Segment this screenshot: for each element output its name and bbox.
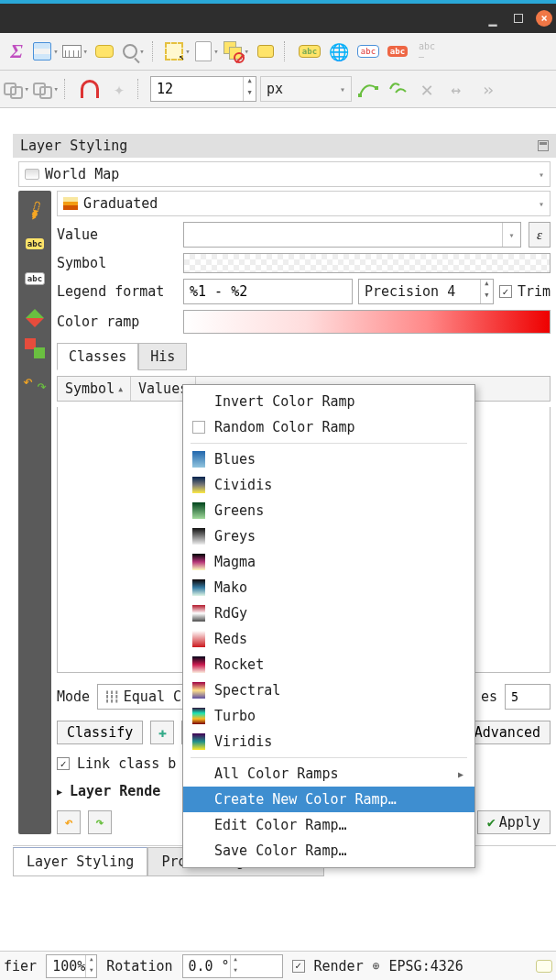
avoid-overlap-button[interactable]: [385, 76, 410, 102]
menu-create-ramp[interactable]: Create New Color Ramp…: [183, 787, 474, 812]
menu-ramp-magma[interactable]: Magma: [183, 549, 474, 575]
tab-classes[interactable]: Classes: [57, 343, 138, 370]
render-checkbox[interactable]: ✓: [292, 960, 305, 973]
masks-icon[interactable]: abc: [24, 268, 46, 290]
history-icon[interactable]: [24, 372, 46, 394]
trim-label: Trim: [518, 283, 551, 300]
label-toolbar-button-1[interactable]: abc: [355, 39, 381, 64]
layer-selector[interactable]: World Map ▾: [18, 161, 551, 187]
map-tips-button[interactable]: [92, 39, 117, 64]
legend-format-label: Legend format: [57, 283, 176, 300]
select-features-button[interactable]: ↖▾: [165, 39, 191, 64]
menu-ramp-mako[interactable]: Mako: [183, 575, 474, 600]
select-by-expression-button[interactable]: ▾: [194, 39, 220, 64]
disabled-tool-1: ✕: [414, 76, 440, 102]
apply-button[interactable]: ✔ Apply: [477, 810, 551, 834]
symbol-preview-button[interactable]: [183, 253, 551, 273]
menu-ramp-cividis[interactable]: Cividis: [183, 472, 474, 498]
labels-icon[interactable]: abc: [24, 233, 46, 255]
redo-style-button[interactable]: ↷: [88, 810, 112, 834]
layer-name: World Map: [45, 166, 119, 182]
label-layer-button[interactable]: abc: [297, 39, 322, 64]
diagrams-rail-icon[interactable]: [24, 337, 46, 359]
window-maximize-button[interactable]: [510, 10, 527, 27]
snap-tolerance-input[interactable]: [151, 78, 243, 100]
snap-units-combo[interactable]: px ▾: [260, 76, 352, 102]
layer-rendering-label[interactable]: Layer Rende: [70, 783, 160, 799]
label-toolbar-button-2[interactable]: abc: [385, 39, 410, 64]
column-symbol[interactable]: Symbol▲: [58, 377, 131, 401]
magnifier-spinbox[interactable]: 100% ▲▼: [46, 954, 97, 978]
classes-count-input[interactable]: [505, 684, 551, 710]
menu-all-ramps[interactable]: All Color Ramps▶: [183, 761, 474, 787]
3d-view-icon[interactable]: [24, 303, 46, 325]
tab-histogram[interactable]: His: [138, 343, 187, 370]
symbology-icon[interactable]: 🖌: [20, 194, 50, 225]
renderer-combo[interactable]: Graduated ▾: [57, 191, 551, 216]
disabled-tool-2: ↔: [443, 76, 469, 102]
symbol-label: Symbol: [57, 255, 176, 271]
tab-layer-styling[interactable]: Layer Styling: [13, 847, 147, 876]
magnifier-label: fier: [4, 958, 37, 974]
diagram-button[interactable]: 🌐: [326, 39, 352, 64]
link-boundaries-label: Link class b: [77, 755, 176, 772]
rotation-spinbox[interactable]: 0.0 ° ▲▼: [182, 954, 283, 978]
deselect-button[interactable]: ▾: [223, 39, 249, 64]
window-close-button[interactable]: ×: [536, 10, 552, 27]
layer-rendering-disclose-icon[interactable]: ▶: [57, 787, 62, 797]
trim-checkbox[interactable]: ✓: [499, 285, 512, 298]
attribute-table-button[interactable]: ▾: [33, 39, 59, 64]
rotation-label: Rotation: [106, 958, 172, 974]
snapping-button[interactable]: [77, 76, 103, 102]
menu-ramp-turbo[interactable]: Turbo: [183, 703, 474, 729]
color-ramp-button[interactable]: [183, 310, 551, 334]
crs-label[interactable]: EPSG:4326: [389, 958, 463, 974]
menu-ramp-rdgy[interactable]: RdGy: [183, 600, 474, 626]
zoom-button[interactable]: ▾: [121, 39, 147, 64]
undo-style-button[interactable]: ↶: [57, 810, 81, 834]
select-all-button[interactable]: [253, 39, 278, 64]
value-field-combo[interactable]: ▾: [183, 222, 521, 248]
toolbar-digitize: ▾ ▾ ✦ ▲▼ px ▾ ✕ ↔ ››: [0, 71, 556, 108]
render-label: Render: [314, 958, 364, 974]
legend-format-input[interactable]: [183, 279, 353, 304]
messages-icon[interactable]: [536, 960, 552, 973]
window-minimize-button[interactable]: ▁: [485, 10, 501, 27]
precision-spinbox[interactable]: Precision 4 ▲▼: [358, 279, 494, 304]
menu-ramp-greys[interactable]: Greys: [183, 523, 474, 549]
advanced-button[interactable]: Advanced: [464, 721, 551, 744]
menu-ramp-spectral[interactable]: Spectral: [183, 677, 474, 703]
check-icon: ✔: [487, 814, 496, 831]
crs-icon[interactable]: ⊕: [373, 959, 380, 973]
menu-save-ramp[interactable]: Save Color Ramp…: [183, 838, 474, 864]
measure-button[interactable]: ▾: [62, 39, 88, 64]
menu-ramp-greens[interactable]: Greens: [183, 498, 474, 523]
color-ramp-label: Color ramp: [57, 314, 176, 330]
panel-dock-icon[interactable]: [538, 140, 549, 151]
menu-ramp-viridis[interactable]: Viridis: [183, 729, 474, 754]
link-boundaries-checkbox[interactable]: ✓: [57, 757, 70, 770]
style-category-rail: 🖌 abc abc: [18, 191, 51, 834]
statistics-icon[interactable]: Σ: [4, 39, 29, 64]
classes-label: es: [481, 688, 497, 705]
menu-random-ramp[interactable]: Random Color Ramp: [183, 414, 474, 440]
svg-rect-0: [358, 94, 362, 97]
menu-edit-ramp[interactable]: Edit Color Ramp…: [183, 812, 474, 838]
classify-button[interactable]: Classify: [57, 721, 143, 744]
link-2-button[interactable]: ▾: [33, 76, 59, 102]
snap-tolerance-spinbox[interactable]: ▲▼: [150, 76, 256, 102]
snap-units-label: px: [267, 81, 283, 97]
layer-icon: [25, 169, 39, 180]
menu-ramp-reds[interactable]: Reds: [183, 626, 474, 652]
precision-label: Precision 4: [365, 283, 455, 300]
link-button[interactable]: ▾: [4, 76, 29, 102]
menu-ramp-blues[interactable]: Blues: [183, 446, 474, 472]
value-label: Value: [57, 226, 176, 243]
add-class-button[interactable]: ✚: [150, 721, 174, 744]
panel-title: Layer Styling: [20, 138, 127, 154]
expression-button[interactable]: ε: [529, 222, 551, 248]
topology-button[interactable]: [355, 76, 381, 102]
menu-ramp-rocket[interactable]: Rocket: [183, 652, 474, 677]
disabled-tool-3: ››: [473, 76, 498, 102]
menu-invert-ramp[interactable]: Invert Color Ramp: [183, 389, 474, 414]
